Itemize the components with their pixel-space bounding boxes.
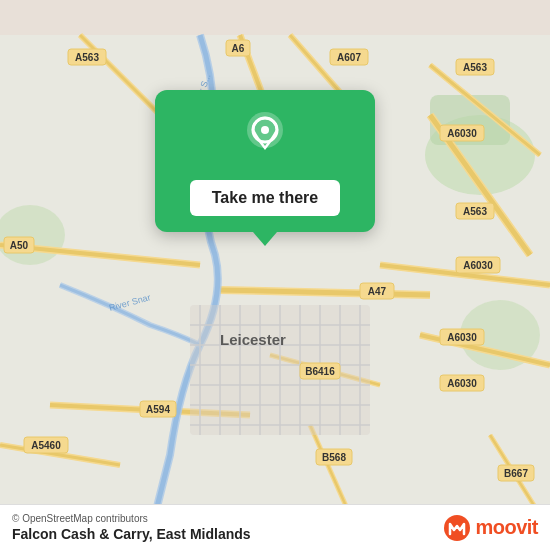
place-region-text: East Midlands [156,526,250,542]
location-icon-wrapper [243,110,287,166]
svg-text:A6030: A6030 [463,260,493,271]
moovit-icon [443,514,471,542]
svg-text:B6416: B6416 [305,366,335,377]
svg-text:A47: A47 [368,286,387,297]
svg-text:A6030: A6030 [447,128,477,139]
svg-text:A6: A6 [232,43,245,54]
place-name-text: Falcon Cash & Carry, [12,526,153,542]
bottom-info: © OpenStreetMap contributors Falcon Cash… [12,513,251,542]
city-label: Leicester [220,331,286,348]
svg-text:B667: B667 [504,468,528,479]
place-name: Falcon Cash & Carry, East Midlands [12,526,251,542]
svg-text:A50: A50 [10,240,29,251]
svg-text:A563: A563 [75,52,99,63]
svg-text:A5460: A5460 [31,440,61,451]
svg-text:A594: A594 [146,404,170,415]
popup-card: Take me there [155,90,375,232]
svg-text:A607: A607 [337,52,361,63]
location-pin-icon [243,110,287,162]
svg-text:A6030: A6030 [447,378,477,389]
take-me-there-button[interactable]: Take me there [190,180,340,216]
svg-text:B568: B568 [322,452,346,463]
moovit-logo: moovit [443,514,538,542]
svg-text:A563: A563 [463,206,487,217]
osm-credit: © OpenStreetMap contributors [12,513,251,524]
map-container: A563 A6 A607 A563 A6030 A50 A6030 A47 A5… [0,0,550,550]
bottom-bar: © OpenStreetMap contributors Falcon Cash… [0,504,550,550]
svg-point-85 [261,126,269,134]
svg-text:A563: A563 [463,62,487,73]
map-background: A563 A6 A607 A563 A6030 A50 A6030 A47 A5… [0,0,550,550]
svg-text:A6030: A6030 [447,332,477,343]
moovit-text: moovit [475,516,538,539]
